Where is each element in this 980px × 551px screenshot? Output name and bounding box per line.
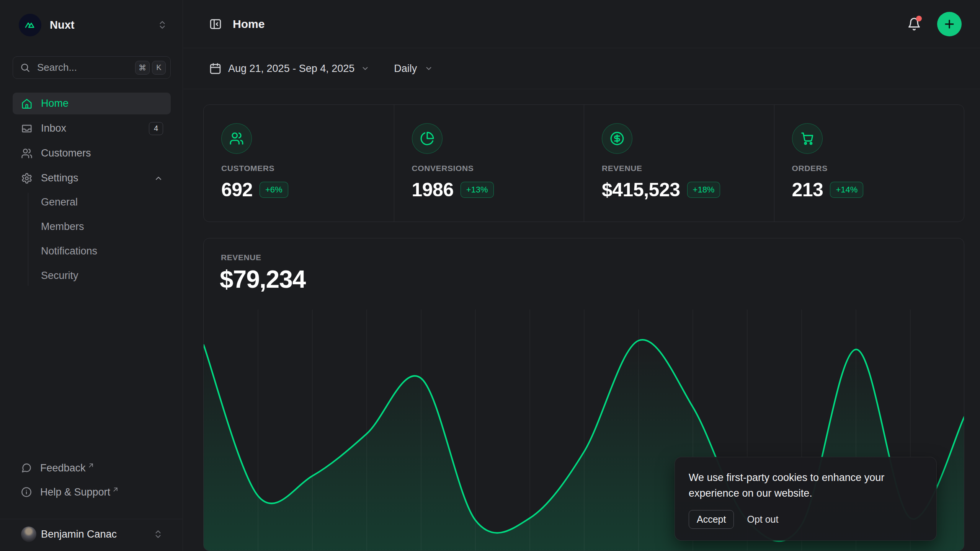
stat-conversions: CONVERSIONS 1986 +13% bbox=[394, 105, 584, 222]
kbd-k: K bbox=[152, 61, 166, 75]
stats-card: CUSTOMERS 692 +6% CONVERSIONS 1986 +13% … bbox=[203, 104, 964, 222]
stat-orders: ORDERS 213 +14% bbox=[774, 105, 964, 222]
revenue-chart-label: REVENUE bbox=[221, 253, 261, 262]
stat-revenue: REVENUE $415,523 +18% bbox=[584, 105, 774, 222]
user-menu-button[interactable]: Benjamin Canac bbox=[13, 523, 171, 546]
nuxt-logo-icon bbox=[19, 14, 41, 36]
feedback-link[interactable]: Feedback bbox=[13, 458, 171, 478]
stat-delta-badge: +14% bbox=[830, 182, 863, 198]
sidebar-item-label: Customers bbox=[41, 147, 91, 159]
sidebar-item-general[interactable]: General bbox=[41, 191, 171, 213]
sidebar-item-settings[interactable]: Settings bbox=[13, 167, 171, 189]
granularity-value: Daily bbox=[394, 63, 417, 75]
collapse-sidebar-icon[interactable] bbox=[209, 18, 222, 31]
sidebar-item-inbox[interactable]: Inbox 4 bbox=[13, 117, 171, 139]
sidebar-footer: Feedback Help & Support bbox=[13, 458, 171, 507]
shopping-cart-icon bbox=[792, 123, 823, 154]
feedback-label: Feedback bbox=[40, 462, 86, 474]
sidebar-item-notifications[interactable]: Notifications bbox=[41, 240, 171, 262]
stat-label: CONVERSIONS bbox=[412, 164, 584, 173]
sidebar-item-members[interactable]: Members bbox=[41, 216, 171, 237]
users-icon bbox=[21, 148, 33, 159]
add-button[interactable] bbox=[937, 12, 962, 36]
settings-subnav: General Members Notifications Security bbox=[41, 191, 171, 289]
page-title: Home bbox=[233, 18, 265, 31]
chat-bubble-icon bbox=[21, 463, 32, 473]
cookie-banner: We use first-party cookies to enhance yo… bbox=[675, 457, 937, 541]
stat-label: REVENUE bbox=[602, 164, 774, 173]
notifications-button[interactable] bbox=[906, 16, 923, 33]
workspace-name: Nuxt bbox=[50, 19, 74, 31]
external-link-icon bbox=[88, 462, 94, 469]
chevron-up-down-icon bbox=[157, 20, 167, 30]
stat-label: ORDERS bbox=[792, 164, 964, 173]
search-icon bbox=[20, 62, 30, 73]
chevron-up-icon bbox=[154, 174, 163, 183]
dollar-circle-icon bbox=[602, 123, 632, 154]
search-input-wrapper[interactable]: ⌘ K bbox=[13, 56, 171, 79]
filters-toolbar: Aug 21, 2025 - Sep 4, 2025 Daily bbox=[183, 48, 980, 89]
chevron-down-icon bbox=[425, 64, 433, 73]
gear-icon bbox=[21, 173, 33, 184]
sidebar-item-label: Home bbox=[41, 98, 69, 109]
accept-button[interactable]: Accept bbox=[689, 510, 734, 529]
subnav-guide-line bbox=[28, 193, 28, 286]
sidebar-item-home[interactable]: Home bbox=[13, 93, 171, 114]
sidebar-item-security[interactable]: Security bbox=[41, 265, 171, 286]
info-icon bbox=[21, 487, 32, 497]
revenue-chart-total: $79,234 bbox=[220, 265, 305, 293]
sidebar-nav: Home Inbox 4 Customers bbox=[13, 93, 171, 192]
inbox-icon bbox=[21, 123, 33, 134]
stat-value: 692 bbox=[221, 179, 253, 201]
stat-customers: CUSTOMERS 692 +6% bbox=[204, 105, 394, 222]
user-name: Benjamin Canac bbox=[41, 528, 117, 540]
sidebar-item-label: Settings bbox=[41, 172, 78, 184]
opt-out-button[interactable]: Opt out bbox=[747, 514, 778, 525]
home-icon bbox=[21, 98, 33, 109]
help-support-label: Help & Support bbox=[40, 486, 110, 498]
stat-value: 213 bbox=[792, 179, 823, 201]
search-input[interactable] bbox=[36, 61, 133, 74]
inbox-count-badge: 4 bbox=[149, 122, 163, 135]
calendar-icon bbox=[209, 62, 222, 75]
stat-label: CUSTOMERS bbox=[221, 164, 394, 173]
granularity-select[interactable]: Daily bbox=[394, 63, 433, 75]
kbd-meta: ⌘ bbox=[135, 61, 150, 75]
workspace-selector[interactable]: Nuxt bbox=[19, 13, 167, 36]
stat-delta-badge: +13% bbox=[461, 182, 494, 198]
help-support-link[interactable]: Help & Support bbox=[13, 483, 171, 502]
stat-value: 1986 bbox=[412, 179, 454, 201]
chevron-down-icon bbox=[361, 64, 369, 73]
stat-delta-badge: +6% bbox=[260, 182, 288, 198]
sidebar-divider bbox=[0, 519, 183, 519]
users-icon bbox=[221, 123, 252, 154]
stat-delta-badge: +18% bbox=[687, 182, 720, 198]
cookie-message: We use first-party cookies to enhance yo… bbox=[689, 470, 923, 501]
sidebar-item-label: Inbox bbox=[41, 122, 66, 134]
notification-dot bbox=[916, 16, 922, 21]
sidebar-item-customers[interactable]: Customers bbox=[13, 142, 171, 164]
chevron-up-down-icon bbox=[153, 529, 163, 539]
date-range-picker[interactable]: Aug 21, 2025 - Sep 4, 2025 bbox=[209, 62, 369, 75]
external-link-icon bbox=[112, 486, 119, 493]
date-range-value: Aug 21, 2025 - Sep 4, 2025 bbox=[228, 63, 354, 75]
sidebar: Nuxt ⌘ K Home bbox=[0, 0, 183, 551]
avatar bbox=[21, 527, 36, 542]
page-header: Home bbox=[183, 0, 980, 48]
stat-value: $415,523 bbox=[602, 179, 680, 201]
pie-chart-icon bbox=[412, 123, 443, 154]
plus-icon bbox=[943, 18, 956, 31]
